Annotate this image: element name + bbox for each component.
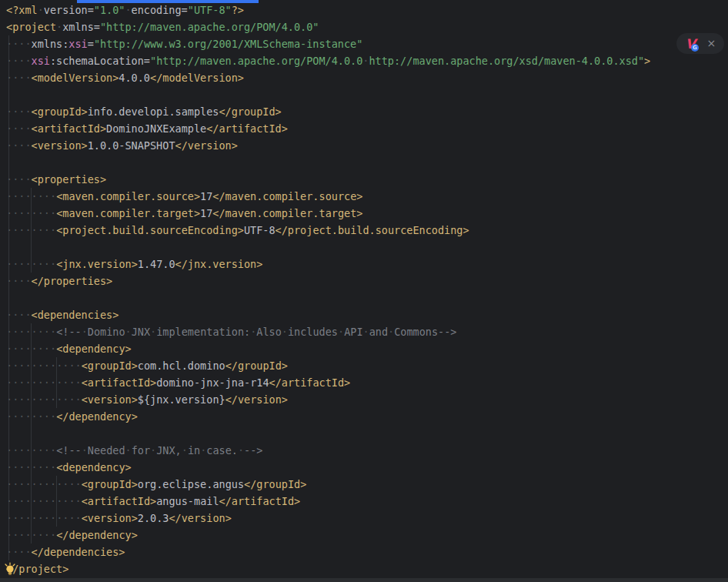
whitespace-dot: · — [25, 38, 31, 50]
whitespace-dot: · — [125, 444, 132, 457]
code-token: ············<artifactId> — [6, 376, 156, 389]
code-token: ········<maven.compiler.target> — [6, 207, 200, 219]
code-token: ············<version> — [6, 512, 138, 524]
whitespace-dot: · — [38, 410, 44, 423]
code-editor[interactable]: <?xml·version="1.0"·encoding="UTF-8"?><p… — [0, 0, 728, 582]
whitespace-dot: · — [32, 326, 38, 338]
whitespace-dot: · — [32, 444, 38, 457]
whitespace-dot: · — [362, 55, 369, 67]
code-line[interactable]: ············<version>2.0.3</version> — [6, 510, 232, 527]
whitespace-dot: · — [75, 360, 82, 372]
whitespace-dot: · — [44, 207, 50, 219]
code-line[interactable]: ········<maven.compiler.target>17</maven… — [6, 205, 362, 222]
whitespace-dot: · — [25, 207, 31, 219]
whitespace-dot: · — [25, 258, 31, 270]
code-token: 1.47.0 — [138, 258, 175, 270]
code-token: ····xmlns: — [6, 38, 68, 50]
code-token: DominoJNXExample — [106, 122, 206, 135]
whitespace-dot: · — [68, 360, 75, 372]
code-line[interactable]: <?xml·version="1.0"·encoding="UTF-8"?> — [6, 2, 244, 18]
code-line[interactable]: ············<artifactId>domino-jnx-jna-r… — [6, 374, 350, 391]
whitespace-dot: · — [32, 461, 38, 473]
code-line[interactable]: ········</dependency> — [6, 527, 138, 544]
whitespace-dot: · — [125, 326, 132, 338]
code-line[interactable]: ········<jnx.version>1.47.0</jnx.version… — [6, 256, 262, 273]
intention-bulb-icon[interactable] — [3, 562, 17, 576]
code-token: 2.0.3 — [138, 512, 169, 524]
whitespace-dot: · — [6, 275, 12, 287]
whitespace-dot: · — [25, 105, 31, 118]
whitespace-dot: · — [50, 512, 56, 524]
whitespace-dot: · — [250, 326, 256, 338]
close-icon[interactable]: × — [707, 33, 716, 54]
whitespace-dot: · — [44, 512, 50, 524]
code-token: info.developi.samples — [88, 105, 219, 118]
code-line[interactable]: ········<maven.compiler.source>17</maven… — [6, 188, 362, 205]
code-token: </modelVersion> — [150, 72, 244, 84]
code-line[interactable]: ········</dependency> — [6, 408, 138, 425]
whitespace-dot: · — [32, 224, 38, 236]
code-line[interactable]: ············<groupId>com.hcl.domino</gro… — [6, 357, 288, 374]
whitespace-dot: · — [6, 139, 12, 152]
code-line[interactable]: ········<dependency> — [6, 459, 132, 476]
whitespace-dot: · — [25, 173, 31, 186]
whitespace-dot: · — [56, 21, 62, 33]
code-line[interactable]: ············<version>${jnx.version}</ver… — [6, 391, 288, 408]
whitespace-dot: · — [50, 393, 56, 406]
whitespace-dot: · — [50, 376, 56, 389]
whitespace-dot: · — [44, 224, 50, 236]
code-token: ········<maven.compiler.source> — [6, 190, 200, 202]
whitespace-dot: · — [50, 224, 56, 236]
whitespace-dot: · — [25, 495, 31, 507]
whitespace-dot: · — [32, 512, 38, 524]
whitespace-dot: · — [38, 393, 44, 406]
code-line[interactable]: ········<!--·Needed·for·JNX,·in·case.·--… — [6, 442, 262, 459]
code-line[interactable]: ············<groupId>org.eclipse.angus</… — [6, 476, 306, 493]
whitespace-dot: · — [25, 393, 31, 406]
code-line[interactable]: ····xmlns:xsi="http://www.w3.org/2001/XM… — [6, 35, 362, 52]
whitespace-dot: · — [50, 495, 56, 507]
code-token: ····<modelVersion> — [6, 72, 119, 84]
whitespace-dot: · — [38, 376, 44, 389]
code-token: xsi — [32, 55, 50, 67]
code-line[interactable]: ········<project.build.sourceEncoding>UT… — [6, 222, 469, 239]
whitespace-dot: · — [125, 4, 131, 16]
whitespace-dot: · — [363, 326, 369, 338]
code-line[interactable]: ····</dependencies> — [6, 544, 125, 560]
whitespace-dot: · — [44, 478, 50, 490]
whitespace-dot: · — [68, 393, 75, 406]
whitespace-dot: · — [50, 478, 56, 490]
whitespace-dot: · — [44, 326, 50, 338]
whitespace-dot: · — [282, 326, 288, 338]
code-line[interactable]: ············<artifactId>angus-mail</arti… — [6, 493, 300, 510]
code-line[interactable]: ····<artifactId>DominoJNXExample</artifa… — [6, 120, 288, 137]
code-line[interactable]: ····<version>1.0.0-SNAPSHOT</version> — [6, 137, 238, 154]
whitespace-dot: · — [44, 360, 50, 372]
code-token: com.hcl.domino — [138, 360, 225, 372]
code-line[interactable]: ····<properties> — [6, 171, 106, 188]
whitespace-dot: · — [75, 495, 82, 507]
whitespace-dot: · — [38, 478, 44, 490]
code-line[interactable]: ····</properties> — [6, 273, 112, 289]
whitespace-dot: · — [32, 360, 38, 372]
code-line[interactable]: ····<dependencies> — [6, 306, 119, 323]
code-line[interactable]: ····xsi:schemaLocation="http://maven.apa… — [6, 52, 650, 69]
whitespace-dot: · — [25, 55, 31, 67]
whitespace-dot: · — [38, 444, 44, 457]
whitespace-dot: · — [32, 207, 38, 219]
whitespace-dot: · — [6, 207, 12, 219]
code-line[interactable]: ····<groupId>info.developi.samples</grou… — [6, 103, 282, 120]
whitespace-dot: · — [6, 55, 12, 67]
code-line[interactable]: ····<modelVersion>4.0.0</modelVersion> — [6, 69, 244, 86]
code-line[interactable]: ········<!--·Domino·JNX·implementation:·… — [6, 323, 456, 340]
whitespace-dot: · — [388, 326, 394, 338]
plugin-logo-icon[interactable]: V G — [685, 36, 699, 52]
code-line[interactable]: ········<dependency> — [6, 340, 132, 357]
code-token: ····</properties> — [6, 275, 112, 287]
code-token: </project.build.sourceEncoding> — [276, 224, 469, 236]
code-line[interactable]: <project·xmlns="http://maven.apache.org/… — [6, 18, 319, 35]
whitespace-dot: · — [75, 478, 82, 490]
whitespace-dot: · — [6, 72, 12, 84]
whitespace-dot: · — [44, 258, 50, 270]
code-token: ····<properties> — [6, 173, 106, 186]
